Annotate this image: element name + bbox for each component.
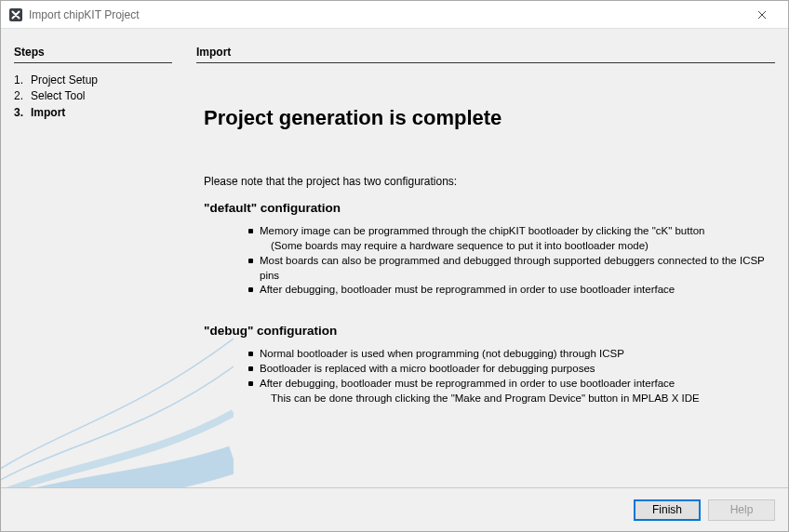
list-item: Most boards can also be programmed and d…	[248, 254, 775, 284]
step-number: 2.	[14, 88, 31, 104]
app-icon	[8, 7, 23, 22]
step-select-tool: 2. Select Tool	[14, 88, 172, 104]
list-item-text: Normal bootloader is used when programmi…	[260, 348, 624, 359]
content-pane: Import Project generation is complete Pl…	[185, 29, 788, 487]
default-config-list: Memory image can be programmed through t…	[248, 224, 775, 298]
step-project-setup: 1. Project Setup	[14, 73, 172, 88]
help-button[interactable]: Help	[708, 499, 775, 521]
steps-heading: Steps	[14, 46, 172, 63]
titlebar: Import chipKIT Project	[1, 1, 788, 29]
default-config-heading: "default" configuration	[204, 201, 775, 215]
section-heading: Import	[196, 46, 775, 63]
dialog-body: Steps 1. Project Setup 2. Select Tool 3.…	[1, 29, 788, 487]
dialog-footer: Finish Help	[1, 487, 788, 531]
step-label: Project Setup	[31, 73, 98, 88]
list-item-text: Most boards can also be programmed and d…	[260, 255, 765, 281]
list-item: Normal bootloader is used when programmi…	[248, 347, 775, 362]
list-item-text: Memory image can be programmed through t…	[260, 225, 704, 236]
config-note: Please note that the project has two con…	[204, 175, 775, 188]
close-icon	[757, 10, 767, 20]
step-number: 1.	[14, 73, 31, 88]
dialog-window: Import chipKIT Project Steps 1. Project …	[0, 0, 789, 532]
step-label: Import	[31, 105, 65, 121]
step-label: Select Tool	[31, 88, 85, 104]
content: Project generation is complete Please no…	[196, 63, 775, 406]
steps-pane: Steps 1. Project Setup 2. Select Tool 3.…	[1, 29, 185, 487]
close-button[interactable]	[742, 2, 782, 28]
list-item-text: After debugging, bootloader must be repr…	[260, 284, 675, 295]
list-item-sub: This can be done through clicking the "M…	[260, 392, 775, 406]
list-item: Bootloader is replaced with a micro boot…	[248, 362, 775, 377]
list-item: After debugging, bootloader must be repr…	[248, 283, 775, 298]
step-number: 3.	[14, 105, 31, 121]
list-item-text: After debugging, bootloader must be repr…	[260, 378, 675, 389]
steps-list: 1. Project Setup 2. Select Tool 3. Impor…	[14, 73, 172, 121]
list-item: After debugging, bootloader must be repr…	[248, 377, 775, 406]
list-item-sub: (Some boards may require a hardware sequ…	[260, 239, 775, 254]
step-import: 3. Import	[14, 105, 172, 121]
list-item-text: Bootloader is replaced with a micro boot…	[260, 363, 595, 374]
finish-button[interactable]: Finish	[634, 499, 701, 521]
debug-config-heading: "debug" configuration	[204, 324, 775, 338]
list-item: Memory image can be programmed through t…	[248, 224, 775, 254]
page-title: Project generation is complete	[204, 106, 775, 130]
window-title: Import chipKIT Project	[29, 8, 742, 21]
debug-config-list: Normal bootloader is used when programmi…	[248, 347, 775, 406]
